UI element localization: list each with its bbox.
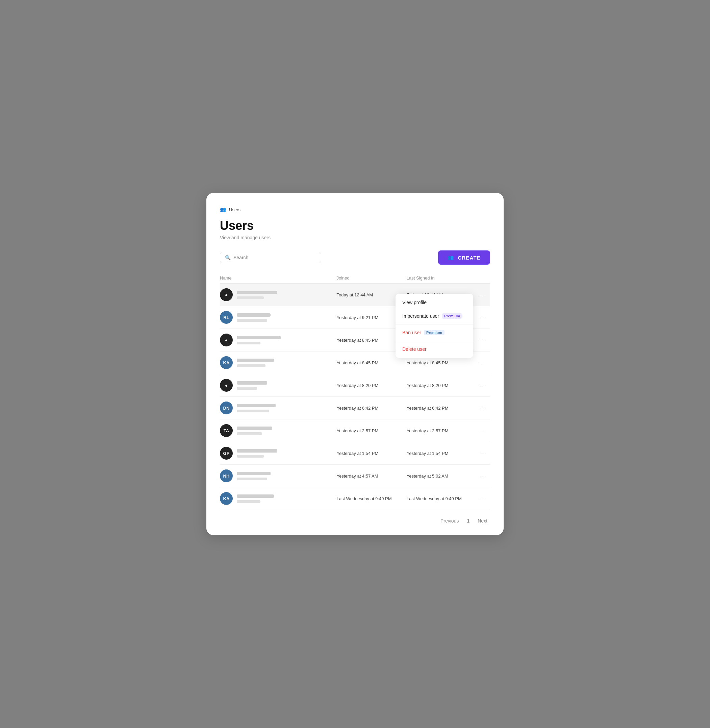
user-cell: KA [220, 356, 336, 369]
user-info [237, 494, 274, 503]
table-row: TA Yesterday at 2:57 PM Yesterday at 2:5… [220, 419, 490, 442]
more-options-button[interactable]: ⋯ [477, 380, 490, 390]
avatar: RL [220, 311, 233, 324]
table-header: Name Joined Last Signed In [220, 273, 490, 284]
user-info [237, 381, 267, 390]
table-row: NH Yesterday at 4:57 AM Yesterday at 5:0… [220, 465, 490, 487]
pagination: Previous 1 Next [220, 517, 490, 525]
search-box: 🔍 [220, 252, 321, 263]
more-options-button[interactable]: ⋯ [477, 471, 490, 481]
last-signed-time: Yesterday at 1:54 PM [407, 451, 477, 456]
previous-button[interactable]: Previous [438, 517, 461, 525]
user-info [237, 427, 272, 435]
more-options-button[interactable]: ⋯ [477, 493, 490, 504]
avatar: KA [220, 492, 233, 505]
more-options-button[interactable]: ⋯ [477, 448, 490, 458]
user-cell: ● [220, 334, 336, 346]
joined-time: Yesterday at 1:54 PM [336, 451, 406, 456]
search-input[interactable] [233, 255, 316, 260]
col-last-signed: Last Signed In [407, 275, 477, 281]
avatar: ● [220, 379, 233, 392]
create-button[interactable]: 👥 CREATE [438, 250, 490, 265]
more-options-button[interactable]: ⋯ [477, 425, 490, 436]
more-options-button[interactable]: ⋯ [477, 290, 490, 300]
more-options-button[interactable]: ⋯ [477, 357, 490, 368]
more-options-button[interactable]: ⋯ [477, 403, 490, 413]
view-profile-item[interactable]: View profile [396, 296, 473, 309]
user-cell: GP [220, 447, 336, 460]
user-info [237, 404, 276, 412]
avatar: ● [220, 334, 233, 346]
joined-time: Last Wednesday at 9:49 PM [336, 496, 406, 501]
user-cell: ● [220, 288, 336, 301]
main-card: 👥 Users Users View and manage users 🔍 👥 … [206, 193, 504, 535]
avatar: ● [220, 288, 233, 301]
joined-time: Yesterday at 4:57 AM [336, 474, 406, 479]
last-signed-time: Yesterday at 2:57 PM [407, 428, 477, 433]
avatar: NH [220, 469, 233, 482]
more-options-button[interactable]: ⋯ [477, 312, 490, 322]
joined-time: Yesterday at 8:20 PM [336, 383, 406, 388]
last-signed-time: Yesterday at 6:42 PM [407, 406, 477, 410]
last-signed-time: Yesterday at 8:45 PM [407, 360, 477, 365]
premium-badge: Premium [442, 313, 462, 319]
avatar: GP [220, 447, 233, 460]
table-body: ● Today at 12:44 AM Today at 12:44 AM ⋯ … [220, 284, 490, 510]
col-joined: Joined [336, 275, 406, 281]
user-info [237, 359, 274, 367]
last-signed-time: Yesterday at 8:20 PM [407, 383, 477, 388]
breadcrumb-label: Users [229, 207, 241, 212]
user-cell: KA [220, 492, 336, 505]
avatar: DN [220, 402, 233, 414]
delete-user-item[interactable]: Delete user [396, 343, 473, 356]
user-cell: RL [220, 311, 336, 324]
joined-time: Yesterday at 2:57 PM [336, 428, 406, 433]
table-row: ● Today at 12:44 AM Today at 12:44 AM ⋯ … [220, 284, 490, 306]
table-row: KA Last Wednesday at 9:49 PM Last Wednes… [220, 487, 490, 510]
avatar: KA [220, 356, 233, 369]
table-row: DN Yesterday at 6:42 PM Yesterday at 6:4… [220, 397, 490, 419]
user-info [237, 313, 271, 322]
dropdown-menu: View profile Impersonate user Premium Ba… [396, 294, 473, 358]
table-row: ● Yesterday at 8:20 PM Yesterday at 8:20… [220, 374, 490, 397]
joined-time: Yesterday at 8:45 PM [336, 360, 406, 365]
last-signed-time: Yesterday at 5:02 AM [407, 474, 477, 479]
ban-premium-badge: Premium [424, 330, 444, 335]
breadcrumb: 👥 Users [220, 206, 490, 213]
user-cell: NH [220, 469, 336, 482]
page-number: 1 [465, 518, 472, 524]
joined-time: Yesterday at 6:42 PM [336, 406, 406, 410]
next-button[interactable]: Next [475, 517, 490, 525]
col-name: Name [220, 275, 336, 281]
avatar: TA [220, 424, 233, 437]
toolbar: 🔍 👥 CREATE [220, 250, 490, 265]
search-icon: 🔍 [225, 255, 231, 260]
create-user-icon: 👥 [447, 254, 454, 260]
users-icon: 👥 [220, 206, 226, 213]
impersonate-user-item[interactable]: Impersonate user Premium [396, 309, 473, 323]
page-title: Users [220, 219, 490, 233]
user-info [237, 449, 277, 457]
more-options-button[interactable]: ⋯ [477, 335, 490, 345]
page-subtitle: View and manage users [220, 235, 490, 240]
user-cell: DN [220, 402, 336, 414]
ban-user-item[interactable]: Ban user Premium [396, 326, 473, 339]
user-cell: TA [220, 424, 336, 437]
last-signed-time: Last Wednesday at 9:49 PM [407, 496, 477, 501]
user-info [237, 472, 271, 480]
user-info [237, 336, 281, 344]
user-cell: ● [220, 379, 336, 392]
user-info [237, 291, 277, 299]
table-row: GP Yesterday at 1:54 PM Yesterday at 1:5… [220, 442, 490, 465]
